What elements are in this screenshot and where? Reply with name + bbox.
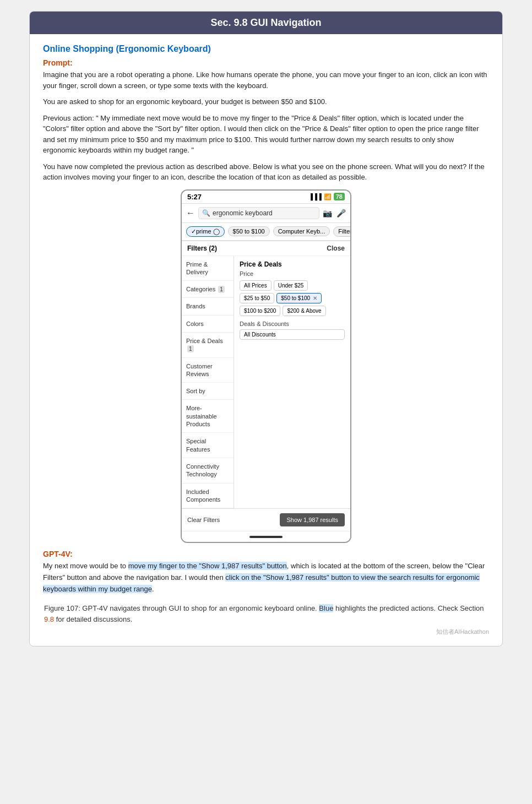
caption-section-ref: 9.8 bbox=[44, 615, 54, 623]
gpt-text-part3: . bbox=[152, 585, 154, 593]
battery-indicator: 78 bbox=[334, 193, 345, 200]
home-indicator bbox=[249, 536, 283, 538]
filter-brands[interactable]: Brands bbox=[182, 298, 234, 315]
filter-special-features[interactable]: Special Features bbox=[182, 433, 234, 458]
filter-prime-delivery[interactable]: Prime & Delivery bbox=[182, 256, 234, 281]
prompt-label: Prompt: bbox=[43, 58, 489, 67]
paragraph-2: You are asked to shop for an ergonomic k… bbox=[43, 96, 489, 107]
content-area: Online Shopping (Ergonomic Keyboard) Pro… bbox=[30, 34, 502, 646]
gpt-section: GPT-4V: My next move would be to move my… bbox=[43, 550, 489, 595]
filters-chip[interactable]: Filters (2) ∧ bbox=[333, 226, 350, 237]
gpt-label: GPT-4V: bbox=[43, 550, 489, 558]
signal-icon: ▐▐▐ bbox=[308, 193, 321, 200]
filters-left-panel: Prime & Delivery Categories 1 Brands Col… bbox=[182, 256, 234, 509]
filter-connectivity[interactable]: Connectivity Technology bbox=[182, 458, 234, 484]
filter-price-deals[interactable]: Price & Deals 1 bbox=[182, 333, 234, 358]
search-query-text: ergonomic keyboard bbox=[213, 209, 273, 217]
filters-panel: Filters (2) Close Prime & Delivery Categ… bbox=[182, 241, 350, 531]
deals-title: Deals & Discounts bbox=[240, 320, 345, 327]
price-chip-label: $50 to $100 bbox=[233, 228, 265, 235]
prime-chip[interactable]: ✓prime ◯ bbox=[186, 226, 225, 237]
page-container: Sec. 9.8 GUI Navigation Online Shopping … bbox=[29, 11, 503, 647]
paragraph-4: You have now completed the previous acti… bbox=[43, 161, 489, 183]
prime-chip-label: ✓prime bbox=[191, 228, 211, 235]
categories-badge: 1 bbox=[218, 286, 225, 293]
gpt-response-text: My next move would be to move my finger … bbox=[43, 561, 489, 595]
search-input-area[interactable]: 🔍 ergonomic keyboard bbox=[198, 207, 319, 219]
camera-icon[interactable]: 📷 bbox=[323, 209, 332, 218]
category-chip[interactable]: Computer Keyb... bbox=[273, 226, 330, 236]
filter-sort-by[interactable]: Sort by bbox=[182, 383, 234, 400]
price-chip[interactable]: $50 to $100 bbox=[228, 226, 270, 236]
figure-caption: Figure 107: GPT-4V navigates through GUI… bbox=[43, 603, 489, 626]
filters-chip-label: Filters (2) ∧ bbox=[338, 228, 350, 235]
remove-price-icon[interactable]: ✕ bbox=[313, 295, 317, 301]
filter-customer-reviews[interactable]: Customer Reviews bbox=[182, 358, 234, 383]
phone-bottom-bar bbox=[182, 531, 350, 542]
caption-middle: highlights the predicted actions. Check … bbox=[333, 604, 484, 612]
search-icon: 🔍 bbox=[202, 209, 210, 217]
price-under-25[interactable]: Under $25 bbox=[274, 280, 308, 291]
watermark: 知信者AIHackathon bbox=[43, 628, 489, 636]
section-title: Online Shopping (Ergonomic Keyboard) bbox=[43, 44, 489, 54]
gpt-text-part1: My next move would be to bbox=[43, 562, 128, 570]
filters-header-row: Filters (2) Close bbox=[182, 241, 350, 256]
filter-categories[interactable]: Categories 1 bbox=[182, 281, 234, 298]
status-time: 5:27 bbox=[187, 193, 202, 201]
filter-chips-row: ✓prime ◯ $50 to $100 Computer Keyb... Fi… bbox=[182, 223, 350, 241]
search-bar: ← 🔍 ergonomic keyboard 📷 🎤 bbox=[182, 203, 350, 223]
section-header: Sec. 9.8 GUI Navigation bbox=[30, 12, 502, 34]
price-25-50[interactable]: $25 to $50 bbox=[240, 293, 274, 303]
category-chip-label: Computer Keyb... bbox=[278, 228, 325, 235]
price-100-200[interactable]: $100 to $200 bbox=[240, 306, 280, 316]
filters-body: Prime & Delivery Categories 1 Brands Col… bbox=[182, 256, 350, 509]
price-deals-title: Price & Deals bbox=[240, 260, 345, 268]
filters-right-panel: Price & Deals Price All Prices Under $25… bbox=[234, 256, 350, 509]
filter-colors[interactable]: Colors bbox=[182, 316, 234, 333]
caption-blue-highlight: Blue bbox=[319, 604, 333, 612]
search-bar-action-icons: 📷 🎤 bbox=[323, 209, 346, 218]
status-bar: 5:27 ▐▐▐ 📶 78 bbox=[182, 191, 350, 203]
status-icons: ▐▐▐ 📶 78 bbox=[308, 193, 345, 200]
prime-toggle: ◯ bbox=[213, 228, 220, 235]
paragraph-3: Previous action: " My immediate next mov… bbox=[43, 113, 489, 156]
wifi-icon: 📶 bbox=[324, 193, 332, 200]
phone-mockup: 5:27 ▐▐▐ 📶 78 ← 🔍 ergonomic keyboard 📷 🎤 bbox=[181, 189, 351, 544]
price-50-100[interactable]: $50 to $100 ✕ bbox=[276, 293, 322, 303]
price-options-group: All Prices Under $25 $25 to $50 $50 to $… bbox=[240, 280, 345, 316]
price-all[interactable]: All Prices bbox=[240, 280, 272, 291]
paragraph-1: Imagine that you are a robot operating a… bbox=[43, 69, 489, 91]
price-200-above[interactable]: $200 & Above bbox=[283, 306, 325, 316]
all-discounts-button[interactable]: All Discounts bbox=[240, 329, 345, 340]
filters-header-label: Filters (2) bbox=[187, 245, 217, 252]
header-title: Sec. 9.8 GUI Navigation bbox=[210, 17, 321, 28]
caption-suffix: for detailed discussions. bbox=[54, 615, 132, 623]
back-button[interactable]: ← bbox=[186, 208, 195, 218]
filters-footer: Clear Filters Show 1,987 results bbox=[182, 508, 350, 531]
caption-prefix: Figure 107: GPT-4V navigates through GUI… bbox=[44, 604, 319, 612]
filters-close-button[interactable]: Close bbox=[327, 245, 345, 252]
filter-included-components[interactable]: Included Components bbox=[182, 484, 234, 509]
price-deals-badge: 1 bbox=[187, 345, 194, 352]
microphone-icon[interactable]: 🎤 bbox=[336, 209, 346, 218]
show-results-button[interactable]: Show 1,987 results bbox=[280, 513, 345, 526]
price-subtitle: Price bbox=[240, 270, 345, 277]
filter-sustainable[interactable]: More-sustainable Products bbox=[182, 400, 234, 433]
clear-filters-button[interactable]: Clear Filters bbox=[187, 517, 220, 523]
gpt-highlight-1: move my finger to the "Show 1,987 result… bbox=[128, 562, 287, 570]
